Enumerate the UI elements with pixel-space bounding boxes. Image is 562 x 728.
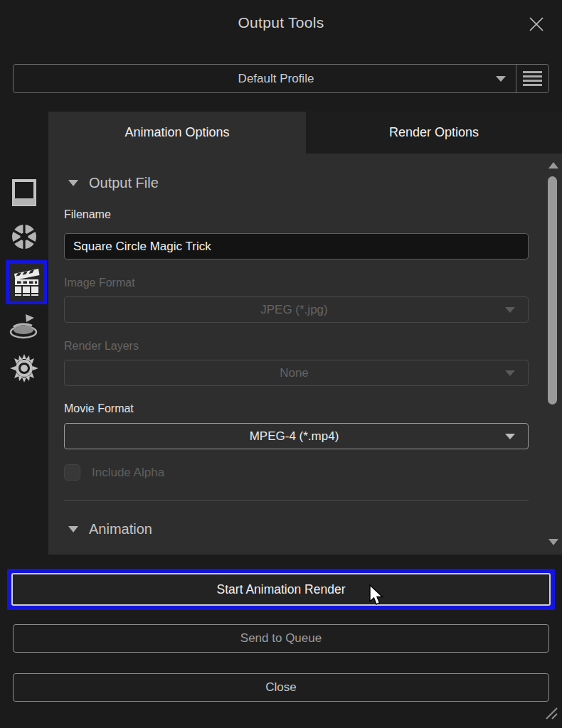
chevron-down-icon (496, 76, 506, 82)
button-label: Send to Queue (240, 631, 322, 646)
dropdown-value: None (65, 366, 505, 380)
clapperboard-icon (12, 267, 41, 298)
image-format-label: Image Format (64, 277, 135, 289)
scrollbar-thumb[interactable] (548, 176, 557, 405)
options-panel (48, 154, 562, 555)
tab-render-options[interactable]: Render Options (306, 112, 562, 154)
profile-selector[interactable]: Default Profile (13, 64, 549, 93)
start-render-highlight: Start Animation Render (7, 569, 555, 610)
render-layers-label: Render Layers (64, 340, 139, 353)
movie-format-dropdown[interactable]: MPEG-4 (*.mp4) (64, 423, 529, 449)
sun-icon (9, 354, 39, 382)
tab-animation-options[interactable]: Animation Options (48, 112, 306, 154)
include-alpha-checkbox (64, 464, 80, 481)
tab-label: Render Options (389, 125, 479, 140)
mouse-cursor-icon (369, 584, 387, 609)
sidebar-item-turntable[interactable] (0, 311, 48, 341)
include-alpha-label: Include Alpha (92, 466, 164, 480)
profile-selected-value: Default Profile (14, 72, 496, 86)
dropdown-value: JPEG (*.jpg) (65, 303, 505, 317)
resize-grip-icon[interactable] (542, 704, 559, 724)
close-icon (526, 14, 546, 34)
collapse-triangle-icon (68, 180, 78, 186)
close-button[interactable] (524, 11, 549, 37)
close-dialog-button[interactable]: Close (13, 673, 549, 702)
image-format-dropdown: JPEG (*.jpg) (64, 296, 529, 323)
dropdown-value: MPEG-4 (*.mp4) (65, 429, 505, 444)
send-to-queue-button[interactable]: Send to Queue (13, 624, 549, 653)
button-label: Start Animation Render (217, 582, 346, 597)
section-header-output-file[interactable]: Output File (68, 175, 159, 191)
section-header-animation[interactable]: Animation (68, 521, 152, 537)
chevron-down-icon (505, 307, 515, 313)
divider (64, 500, 529, 500)
collapse-triangle-icon (68, 526, 78, 532)
filename-input[interactable] (64, 233, 529, 259)
chevron-down-icon (505, 434, 515, 439)
sidebar-item-environment[interactable] (0, 353, 48, 383)
include-alpha-row: Include Alpha (64, 464, 164, 481)
still-frame-icon (11, 178, 37, 207)
turntable-icon (9, 311, 40, 340)
button-label: Close (265, 680, 296, 695)
start-animation-render-button[interactable]: Start Animation Render (11, 573, 551, 606)
scroll-down-icon[interactable] (548, 539, 558, 545)
section-title: Animation (89, 521, 152, 537)
profile-menu-button[interactable] (516, 65, 548, 92)
sidebar-item-camera[interactable] (0, 222, 48, 252)
render-layers-dropdown: None (64, 360, 529, 386)
section-title: Output File (89, 175, 159, 191)
hamburger-icon (523, 71, 542, 73)
tab-label: Animation Options (124, 125, 229, 140)
aperture-icon (11, 223, 38, 250)
sidebar-item-still-image[interactable] (0, 178, 48, 208)
page-title: Output Tools (0, 14, 562, 31)
chevron-down-icon (505, 370, 515, 376)
filename-label: Filename (64, 208, 111, 221)
scroll-up-icon[interactable] (548, 162, 558, 168)
movie-format-label: Movie Format (64, 402, 134, 415)
sidebar-item-animation-selected[interactable] (6, 260, 47, 304)
